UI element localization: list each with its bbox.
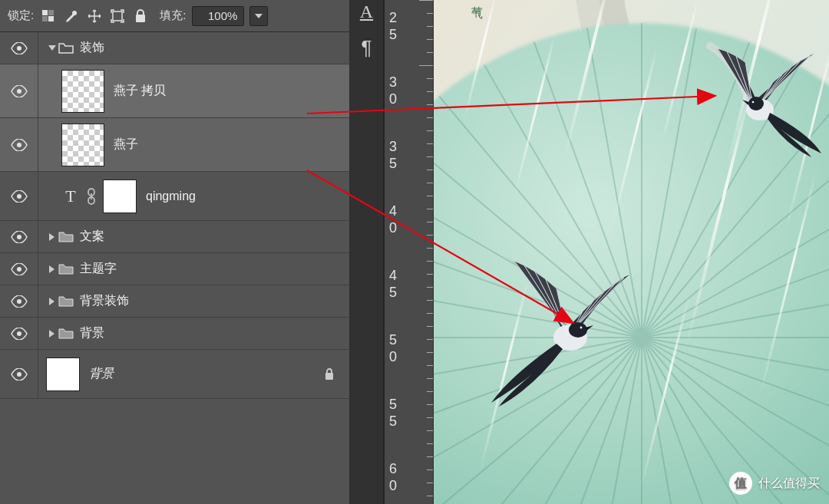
visibility-toggle[interactable] bbox=[0, 253, 38, 285]
svg-point-18 bbox=[17, 372, 21, 377]
layer-background[interactable]: 背景 bbox=[0, 350, 349, 399]
character-panel-icon[interactable]: A bbox=[360, 2, 373, 22]
lock-label: 锁定: bbox=[8, 8, 34, 23]
layer-name: 背景装饰 bbox=[80, 293, 345, 309]
svg-point-4 bbox=[72, 11, 77, 15]
svg-point-16 bbox=[17, 299, 21, 304]
svg-rect-6 bbox=[136, 15, 145, 22]
chevron-down-icon[interactable] bbox=[46, 45, 58, 51]
ruler-tick: 2 5 bbox=[389, 9, 397, 43]
chevron-right-icon[interactable] bbox=[46, 298, 58, 305]
ruler-tick: 6 0 bbox=[389, 460, 397, 494]
folder-icon bbox=[58, 231, 74, 243]
visibility-toggle[interactable] bbox=[0, 64, 38, 117]
layers-panel: 锁定: 填充: 100% bbox=[0, 0, 349, 504]
ruler-tick: 5 5 bbox=[389, 396, 397, 430]
layer-toolbar: 锁定: 填充: 100% bbox=[0, 0, 349, 32]
svg-point-17 bbox=[17, 331, 21, 336]
visibility-toggle[interactable] bbox=[0, 172, 38, 220]
chevron-right-icon[interactable] bbox=[46, 330, 58, 338]
layer-name: 背景 bbox=[80, 325, 345, 341]
folder-icon bbox=[58, 42, 74, 54]
layer-name: qingming bbox=[146, 189, 345, 203]
layer-name: 燕子 拷贝 bbox=[114, 83, 345, 99]
fill-input[interactable]: 100% bbox=[192, 6, 244, 26]
paragraph-panel-icons: A ¶ bbox=[349, 0, 384, 60]
svg-point-22 bbox=[752, 101, 755, 104]
svg-rect-5 bbox=[113, 12, 122, 21]
visibility-toggle[interactable] bbox=[0, 350, 38, 398]
watermark-text: 什么值得买 bbox=[758, 476, 820, 492]
swallow-copy-bird bbox=[679, 35, 825, 157]
chevron-right-icon[interactable] bbox=[46, 265, 58, 273]
layer-thumbnail[interactable] bbox=[61, 124, 104, 166]
ruler-tick: 3 5 bbox=[389, 138, 397, 172]
ruler-tick: 3 0 bbox=[389, 74, 397, 107]
visibility-toggle[interactable] bbox=[0, 285, 38, 317]
layer-name: 背景 bbox=[89, 366, 314, 382]
folder-icon bbox=[58, 328, 74, 340]
layer-name: 燕子 bbox=[114, 137, 345, 153]
watermark: 值 什么值得买 bbox=[729, 472, 820, 495]
svg-point-14 bbox=[17, 235, 21, 239]
visibility-toggle[interactable] bbox=[0, 318, 38, 349]
layer-name: 装饰 bbox=[80, 40, 345, 56]
ruler-tick: 5 0 bbox=[389, 331, 397, 365]
layer-group-copy[interactable]: 文案 bbox=[0, 221, 349, 253]
svg-point-15 bbox=[17, 267, 21, 272]
lock-artboard-icon[interactable] bbox=[109, 8, 126, 25]
lock-transparency-icon[interactable] bbox=[40, 8, 57, 25]
ruler-tickmarks bbox=[413, 0, 433, 504]
layer-group-bg[interactable]: 背景 bbox=[0, 318, 349, 350]
fill-label: 填充: bbox=[160, 8, 186, 23]
lock-all-icon[interactable] bbox=[132, 8, 149, 25]
layer-swallow[interactable]: 燕子 bbox=[0, 118, 349, 172]
link-icon[interactable] bbox=[84, 188, 98, 205]
folder-icon bbox=[58, 295, 74, 308]
svg-rect-2 bbox=[42, 16, 48, 21]
svg-rect-3 bbox=[48, 16, 54, 21]
lock-icon[interactable] bbox=[314, 350, 345, 398]
layer-name: 文案 bbox=[80, 229, 345, 245]
svg-rect-0 bbox=[42, 10, 48, 15]
lock-brush-icon[interactable] bbox=[63, 8, 80, 25]
ruler-vertical[interactable]: 2 5 3 0 3 5 4 0 4 5 5 0 5 5 6 0 bbox=[384, 0, 434, 504]
svg-point-25 bbox=[580, 327, 583, 329]
chevron-right-icon[interactable] bbox=[46, 233, 58, 241]
svg-point-10 bbox=[17, 194, 21, 199]
lock-move-icon[interactable] bbox=[86, 8, 103, 25]
layer-thumbnail[interactable] bbox=[46, 357, 80, 391]
folder-icon bbox=[58, 263, 74, 275]
svg-point-7 bbox=[17, 46, 21, 51]
svg-point-9 bbox=[17, 143, 21, 147]
ruler-tick: 4 5 bbox=[389, 267, 397, 301]
text-layer-icon: T bbox=[61, 186, 80, 206]
visibility-toggle[interactable] bbox=[0, 221, 38, 252]
paragraph-panel-icon[interactable]: ¶ bbox=[362, 36, 372, 60]
layer-group-bgdecor[interactable]: 背景装饰 bbox=[0, 285, 349, 318]
tool-column bbox=[349, 0, 384, 504]
layer-group-theme[interactable]: 主题字 bbox=[0, 253, 349, 285]
layers-list: 装饰 燕子 拷贝 燕子 bbox=[0, 32, 349, 399]
layer-swallow-copy[interactable]: 燕子 拷贝 bbox=[0, 64, 349, 118]
svg-point-24 bbox=[569, 322, 587, 338]
svg-point-8 bbox=[17, 89, 21, 94]
watermark-badge-icon: 值 bbox=[729, 472, 752, 495]
layer-text-qingming[interactable]: T qingming bbox=[0, 172, 349, 221]
svg-point-21 bbox=[748, 97, 764, 110]
fill-value: 100% bbox=[199, 9, 237, 22]
layer-thumbnail[interactable] bbox=[103, 180, 137, 213]
fill-dropdown[interactable] bbox=[249, 6, 268, 26]
svg-rect-19 bbox=[325, 373, 333, 380]
layer-thumbnail[interactable] bbox=[61, 70, 104, 113]
visibility-toggle[interactable] bbox=[0, 32, 38, 64]
layer-group-decor[interactable]: 装饰 bbox=[0, 32, 349, 64]
layer-name: 主题字 bbox=[80, 261, 345, 277]
svg-rect-1 bbox=[48, 10, 54, 15]
canvas[interactable]: 节气 bbox=[434, 0, 829, 504]
visibility-toggle[interactable] bbox=[0, 118, 38, 171]
swallow-bird bbox=[480, 245, 641, 407]
ruler-tick: 4 0 bbox=[389, 203, 397, 236]
